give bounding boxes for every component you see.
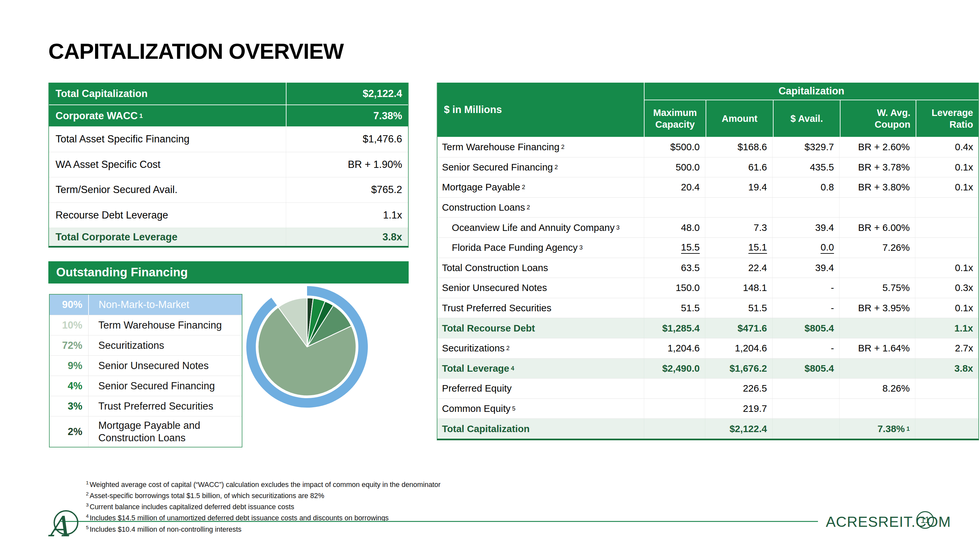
row-cell: 0.3x (915, 278, 978, 298)
footnote-number: 5 (86, 524, 89, 530)
row-cell: 39.4 (772, 258, 839, 278)
row-cell: 226.5 (705, 378, 772, 399)
cell-value: 2.7x (955, 343, 973, 354)
table-row: Total Recourse Debt$1,285.4$471.6$805.41… (438, 318, 978, 338)
legend-row: 4%Senior Secured Financing (50, 376, 242, 396)
summary-row: Term/Senior Secured Avail.$765.2 (49, 177, 408, 203)
cell-value: - (831, 302, 834, 314)
row-cell: 0.8 (772, 177, 839, 197)
page-number: 11 (921, 515, 930, 525)
legend-row: 2%Mortgage Payable and Construction Loan… (50, 416, 242, 447)
row-cell (915, 218, 978, 237)
legend-label: Senior Secured Financing (88, 376, 242, 396)
row-cell: $500.0 (644, 137, 705, 157)
column-header-amount: Amount (706, 100, 773, 137)
row-cell: 7.3 (705, 218, 772, 237)
cell-value: 1,204.6 (735, 343, 767, 354)
legend-percent: 2% (50, 416, 88, 447)
row-label: Common Equity5 (438, 399, 644, 419)
row-cell (915, 399, 978, 419)
summary-row: Total Asset Specific Financing$1,476.6 (49, 126, 408, 152)
row-cell: 51.5 (644, 298, 705, 318)
row-cell (644, 378, 705, 399)
cell-value: 7.38% (877, 423, 905, 434)
row-label: Construction Loans2 (438, 198, 644, 218)
legend-percent: 10% (50, 315, 88, 335)
cell-value: 148.1 (743, 282, 767, 293)
row-cell: 148.1 (705, 278, 772, 298)
row-cell (705, 198, 772, 218)
row-cell: 5.75% (839, 278, 915, 298)
row-cell: - (772, 278, 839, 298)
cell-value: 150.0 (676, 282, 700, 293)
row-cell: 7.38%1 (839, 419, 915, 439)
summary-row-value: 1.1x (286, 203, 408, 228)
table-row: Total Construction Loans63.522.439.40.1x (438, 258, 978, 278)
row-cell: BR + 3.95% (839, 298, 915, 318)
table-row: Total Leverage4$2,490.0$1,676.2$805.43.8… (438, 358, 978, 378)
cell-value: 0.0 (821, 242, 834, 254)
cell-value: BR + 3.80% (858, 182, 910, 193)
row-cell: 219.7 (705, 399, 772, 419)
cell-value: 48.0 (681, 222, 700, 233)
footnote-text: Weighted average cost of capital (“WACC”… (89, 481, 440, 489)
cell-value: 7.26% (882, 242, 910, 253)
table-row: Mortgage Payable220.419.40.8BR + 3.80%0.… (438, 177, 978, 197)
row-cell: 1.1x (915, 318, 978, 338)
column-header-leverage-ratio: Leverage Ratio (916, 100, 978, 137)
cell-value: 39.4 (815, 222, 834, 233)
row-cell: 0.1x (915, 177, 978, 197)
column-headers: Maximum Capacity Amount $ Avail. W. Avg.… (644, 100, 978, 137)
summary-row: Total Capitalization$2,122.4 (49, 83, 408, 105)
cell-value: 63.5 (681, 262, 700, 273)
cell-value: $2,122.4 (729, 423, 767, 434)
column-header-avail: $ Avail. (773, 100, 840, 137)
cell-value: $471.6 (738, 323, 767, 334)
cell-value: 1.1x (955, 323, 973, 334)
cell-value: 500.0 (676, 162, 700, 173)
cell-value: 3.8x (955, 363, 973, 374)
row-label: Trust Preferred Securities (438, 298, 644, 318)
row-cell: $329.7 (772, 137, 839, 157)
legend-label: Senior Unsecured Notes (88, 356, 242, 376)
summary-row-label: Recourse Debt Leverage (49, 203, 286, 228)
row-cell (915, 198, 978, 218)
summary-row: Corporate WACC17.38% (49, 105, 408, 126)
row-label: Preferred Equity (438, 378, 644, 399)
summary-row: Recourse Debt Leverage1.1x (49, 203, 408, 228)
row-cell (644, 399, 705, 419)
footnote-number: 4 (86, 513, 89, 519)
cell-value: 0.3x (955, 282, 973, 293)
row-cell: 15.1 (705, 238, 772, 258)
row-cell: 63.5 (644, 258, 705, 278)
cell-value: 15.1 (748, 242, 767, 254)
legend-percent: 90% (50, 295, 88, 315)
legend-label: Trust Preferred Securities (88, 396, 242, 416)
row-cell: $471.6 (705, 318, 772, 338)
row-cell (839, 318, 915, 338)
row-label: Oceanview Life and Annuity Company3 (438, 218, 644, 237)
column-header-maximum-capacity: Maximum Capacity (644, 100, 706, 137)
legend-percent: 9% (50, 356, 88, 376)
cell-value: $2,490.0 (662, 363, 700, 374)
table-row: Florida Pace Funding Agency315.515.10.07… (438, 237, 978, 258)
row-label: Term Warehouse Financing2 (438, 137, 644, 157)
row-cell: BR + 3.80% (839, 177, 915, 197)
row-cell (839, 359, 915, 378)
row-label: Senior Secured Financing2 (438, 157, 644, 177)
cell-value: $1,676.2 (729, 363, 767, 374)
summary-row-value: $765.2 (286, 177, 408, 203)
summary-row-value: $1,476.6 (286, 126, 408, 152)
row-cell: 1,204.6 (705, 338, 772, 358)
table-row: Total Capitalization$2,122.47.38%1 (438, 418, 978, 439)
units-label: $ in Millions (438, 83, 644, 137)
summary-row-label: WA Asset Specific Cost (49, 152, 286, 177)
row-label: Securitizations2 (438, 338, 644, 358)
footnote-number: 2 (86, 491, 89, 497)
row-cell: BR + 6.00% (839, 218, 915, 237)
footnote-line: 1Weighted average cost of capital (“WACC… (86, 478, 441, 489)
legend-row: 3%Trust Preferred Securities (50, 396, 242, 416)
row-cell: 3.8x (915, 359, 978, 378)
row-cell (915, 238, 978, 258)
cell-value: 0.1x (955, 162, 973, 173)
